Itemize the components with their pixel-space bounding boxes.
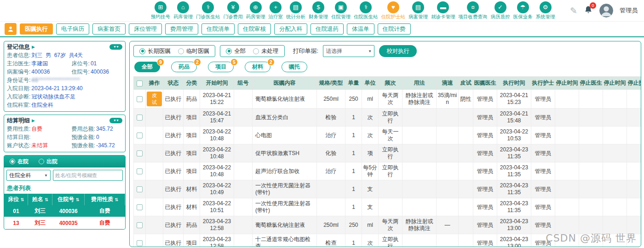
print-doc-select[interactable]: 请选择 ▼	[323, 45, 374, 57]
chip-全部[interactable]: 全部9	[134, 62, 160, 72]
orders-col-滴速-11[interactable]: 滴速	[437, 77, 459, 90]
patient-col-住院号[interactable]: 住院号 ⇅	[52, 194, 85, 205]
chip-药品[interactable]: 药品2	[171, 62, 197, 72]
nav-item-住院医生站[interactable]: ⚕住院医生站	[352, 0, 380, 21]
row-checkbox[interactable]	[137, 204, 143, 210]
nav-item-门诊医生站[interactable]: ⚕门诊医生站	[195, 0, 222, 21]
nav-item-统计分析[interactable]: ▤统计分析	[285, 0, 307, 21]
order-row[interactable]: 皮试已执行药品2023-04-21 15:22葡萄糖氯化钠注射液250ml250…	[134, 90, 642, 109]
chip-项目[interactable]: 项目5	[208, 62, 234, 72]
tab-电子病历[interactable]: 电子病历	[56, 23, 89, 35]
print-doc-label: 打印单据:	[293, 47, 319, 55]
collapse-button[interactable]: ▼▼	[109, 118, 122, 123]
tab-医嘱执行[interactable]: 医嘱执行	[20, 23, 53, 35]
orders-col-执行护士-15[interactable]: 执行护士	[531, 77, 555, 90]
order-row[interactable]: 已执行项目2023-04-21 15:47血液五分类白检验1次立即执行管理员20…	[134, 109, 642, 127]
nav-item-系统管理[interactable]: ⚙系统管理	[535, 0, 557, 21]
edit-pencil-icon[interactable]: ✎	[570, 6, 577, 16]
order-row[interactable]: 已执行项目2023-04-22 10:48超声治疗联合加收治疗1每5分钟立即执行…	[134, 162, 642, 180]
tab-床位管理[interactable]: 床位管理	[129, 23, 162, 35]
tab-住院退药[interactable]: 住院退药	[310, 23, 344, 35]
tab-病案首页[interactable]: 病案首页	[92, 23, 126, 35]
order-row[interactable]: 已执行项目2023-04-22 10:48促甲状腺激素TSH化验1项立即执行管理…	[134, 144, 642, 162]
order-row[interactable]: 已执行材料2023-04-22 10:51一次性使用无菌注射器(带针)1支管理员…	[134, 198, 642, 216]
radio-全部[interactable]: 全部	[226, 47, 246, 55]
nav-item-药库管理[interactable]: ⌂药库管理	[172, 0, 194, 21]
sort-icon: ⇅	[75, 197, 79, 202]
patient-col-姓名[interactable]: 姓名 ⇅	[28, 194, 52, 205]
row-checkbox[interactable]	[137, 222, 143, 228]
orders-col-医嘱内容-5[interactable]: 医嘱内容	[253, 77, 317, 90]
orders-col-停止时间-18[interactable]: 停止时间	[603, 77, 627, 90]
verify-execute-button[interactable]: 校对执行	[379, 45, 417, 57]
orders-col-单位-8[interactable]: 单位	[362, 77, 379, 90]
info-pair: 预缴余额:-345.72	[72, 141, 115, 150]
orders-col-用法-10[interactable]: 用法	[402, 77, 437, 90]
nav-item-项目收费查询[interactable]: ¤项目收费查询	[457, 0, 489, 21]
tab-住院审核[interactable]: 住院审核	[238, 23, 271, 35]
nav-item-治疗室[interactable]: +治疗室	[267, 0, 285, 21]
nav-item-药房管理[interactable]: ⊕药房管理	[245, 0, 267, 21]
orders-col-停止医生-17[interactable]: 停止医生	[579, 77, 603, 90]
orders-col-执行时间-14[interactable]: 执行时间	[497, 77, 531, 90]
orders-col-组号-4[interactable]: 组号	[234, 77, 253, 90]
radio-长期医嘱[interactable]: 长期医嘱	[139, 47, 171, 55]
collapse-button[interactable]: ▼▼	[109, 44, 122, 50]
status-option-label: 出院	[46, 158, 58, 166]
nav-item-病历质控[interactable]: ✓病历质控	[489, 0, 512, 21]
orders-col-操作-0[interactable]: 操作	[146, 77, 163, 90]
cell-stop_doctor	[579, 109, 603, 127]
row-checkbox[interactable]	[137, 168, 143, 174]
tab-体温单[interactable]: 体温单	[347, 23, 374, 35]
row-checkbox[interactable]	[137, 240, 143, 246]
patient-search-input[interactable]	[53, 170, 123, 181]
chip-材料[interactable]: 材料2	[245, 62, 270, 72]
orders-col-皮试-12[interactable]: 皮试	[459, 77, 473, 90]
order-row[interactable]: 已执行材料2023-04-22 10:49一次性使用无菌注射器(带针)1支管理员…	[134, 180, 642, 198]
nav-item-住院护士站[interactable]: ♥住院护士站	[380, 0, 407, 21]
nav-item-医保业务[interactable]: ☂医保业务	[512, 0, 534, 21]
orders-col-规格/类型-6[interactable]: 规格/类型	[317, 77, 345, 90]
orders-col-开始时间-3[interactable]: 开始时间	[200, 77, 234, 90]
patient-col-费用性质[interactable]: 费用性质 ⇅	[85, 194, 125, 205]
radio-临时医嘱[interactable]: 临时医嘱	[178, 47, 209, 55]
cell-doctor: 管理员	[473, 109, 497, 127]
header-checkbox[interactable]	[137, 81, 143, 87]
orders-col-停止护士-19[interactable]: 停止护士	[627, 77, 642, 90]
tab-分配入科[interactable]: 分配入科	[274, 23, 307, 35]
orders-col-分类-2[interactable]: 分类	[184, 77, 200, 90]
orders-col-状态-1[interactable]: 状态	[163, 77, 184, 90]
cell-stop_time2	[603, 180, 627, 198]
row-checkbox[interactable]	[137, 150, 143, 156]
status-option-出院[interactable]: 出院	[39, 158, 58, 166]
orders-col-医嘱医生-13[interactable]: 医嘱医生	[473, 77, 497, 90]
cell-start: 2023-04-22 10:48	[200, 162, 234, 180]
nav-item-就诊卡管理[interactable]: ▬就诊卡管理	[430, 0, 457, 21]
radio-未处理[interactable]: 未处理	[253, 47, 279, 55]
nav-item-病案管理[interactable]: ▤病案管理	[407, 0, 429, 21]
tab-住院清单[interactable]: 住院清单	[201, 23, 235, 35]
nav-item-住院管理[interactable]: ▣住院管理	[330, 0, 352, 21]
notification-bell[interactable]: 0	[584, 5, 593, 16]
patient-row[interactable]: 01刘三400036自费	[4, 205, 125, 217]
nav-item-预约挂号[interactable]: ⊞预约挂号	[150, 0, 172, 21]
row-checkbox[interactable]	[137, 96, 143, 102]
cell-skin	[459, 162, 473, 180]
orders-col-停止时间-16[interactable]: 停止时间	[555, 77, 579, 90]
row-checkbox[interactable]	[137, 186, 143, 192]
chip-嘱托[interactable]: 嘱托	[282, 62, 307, 72]
tab-费用管理[interactable]: 费用管理	[165, 23, 198, 35]
orders-col-单量-7[interactable]: 单量	[345, 77, 362, 90]
tab-住院计费[interactable]: 住院计费	[378, 23, 411, 35]
nav-item-门诊费用[interactable]: ¥门诊费用	[222, 0, 244, 21]
status-option-在院[interactable]: 在院	[10, 158, 29, 166]
ward-select[interactable]: 住院全科 ▼	[6, 170, 51, 181]
patient-row[interactable]: 13刘三400035自费	[4, 217, 125, 229]
row-checkbox[interactable]	[137, 115, 143, 121]
patient-col-床位[interactable]: 床位 ⇅	[4, 194, 28, 205]
row-checkbox[interactable]	[137, 133, 143, 138]
order-row[interactable]: 已执行项目2023-04-22 10:48心电图治疗1次每天一次管理员2023-…	[134, 127, 642, 144]
nav-item-财务管理[interactable]: $财务管理	[307, 0, 329, 21]
orders-col-频次-9[interactable]: 频次	[379, 77, 402, 90]
user-avatar[interactable]	[599, 4, 613, 17]
